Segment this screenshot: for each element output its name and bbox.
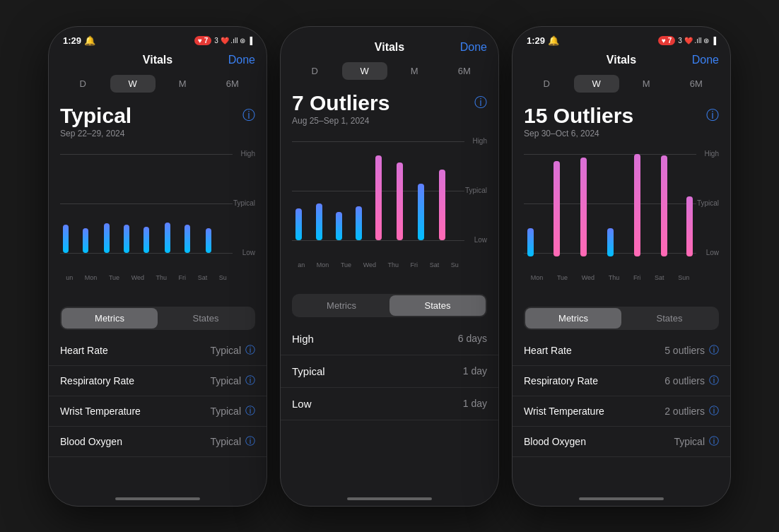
metric-name-wrist-left: Wrist Temperature <box>60 406 141 417</box>
info-icon-resp-left[interactable]: ⓘ <box>245 374 255 387</box>
vitals-title-middle: Vitals <box>375 41 404 54</box>
info-icon-oxygen-right[interactable]: ⓘ <box>709 435 719 448</box>
info-icon-left[interactable]: ⓘ <box>242 107 255 124</box>
metric-value-wrist-right: 2 outliers ⓘ <box>664 405 719 418</box>
svg-rect-17 <box>554 161 560 256</box>
states-tab-middle[interactable]: States <box>390 295 486 316</box>
states-tab-right[interactable]: States <box>621 308 718 329</box>
info-icon-middle[interactable]: ⓘ <box>474 94 487 111</box>
time-right: 1:29 🔔 <box>527 35 559 46</box>
info-icon-wrist-right[interactable]: ⓘ <box>709 405 719 418</box>
day-label-r: Mon <box>531 274 544 281</box>
svg-rect-22 <box>686 196 693 256</box>
summary-title-middle: 7 Outliers <box>292 91 390 114</box>
svg-rect-12 <box>375 155 382 240</box>
time-left: 1:29 🔔 <box>63 35 95 46</box>
svg-rect-13 <box>397 162 403 240</box>
done-button-left[interactable]: Done <box>228 54 255 66</box>
summary-date-right: Sep 30–Oct 6, 2024 <box>524 129 633 138</box>
metrics-toggle-right: Metrics States <box>524 307 719 330</box>
phone-right: 1:29 🔔 ♥ 7 3 ❤️ .ıll ⊛ ▐ Vitals Done D W… <box>512 26 731 507</box>
metric-value-heart-right: 5 outliers ⓘ <box>664 344 719 357</box>
svg-rect-18 <box>580 158 587 256</box>
tab-bar-middle: D W M 6M <box>281 59 498 85</box>
day-label-m: Sat <box>430 261 440 268</box>
svg-rect-5 <box>165 223 170 253</box>
carrier-badge-left: ♥ 7 <box>194 36 211 45</box>
svg-rect-9 <box>316 203 322 240</box>
tab-d-middle[interactable]: D <box>292 62 338 80</box>
vitals-title-left: Vitals <box>143 54 172 66</box>
info-icon-right[interactable]: ⓘ <box>706 107 719 124</box>
metric-name-wrist-right: Wrist Temperature <box>524 406 604 417</box>
tab-m-right[interactable]: M <box>623 75 669 93</box>
metrics-tab-middle[interactable]: Metrics <box>293 295 390 316</box>
tab-6m-middle[interactable]: 6M <box>442 62 488 80</box>
state-days-high: 6 days <box>458 333 487 344</box>
metric-value-oxygen-left: Typical ⓘ <box>210 435 255 448</box>
metric-row-wrist-left: Wrist Temperature Typical ⓘ <box>49 396 266 427</box>
metric-value-wrist-left: Typical ⓘ <box>210 405 255 418</box>
tab-6m-right[interactable]: 6M <box>674 75 720 93</box>
status-icons-left: ♥ 7 3 ❤️ .ıll ⊛ ▐ <box>194 36 252 45</box>
metric-row-oxygen-left: Blood Oxygen Typical ⓘ <box>49 427 266 457</box>
home-indicator-middle <box>347 497 432 500</box>
carrier-badge-right: ♥ 7 <box>658 36 675 45</box>
info-icon-heart-left[interactable]: ⓘ <box>245 344 255 357</box>
status-icons-right: ♥ 7 3 ❤️ .ıll ⊛ ▐ <box>658 36 716 45</box>
phones-container: 1:29 🔔 ♥ 7 3 ❤️ .ıll ⊛ ▐ Vitals Done D W… <box>34 12 745 521</box>
tab-m-left[interactable]: M <box>160 75 206 93</box>
metrics-tab-right[interactable]: Metrics <box>525 308 621 329</box>
metric-row-resp-left: Respiratory Rate Typical ⓘ <box>49 366 266 396</box>
metric-value-heart-left: Typical ⓘ <box>210 344 255 357</box>
metric-row-oxygen-right: Blood Oxygen Typical ⓘ <box>512 427 730 457</box>
phone-middle: Vitals Done D W M 6M 7 Outliers Aug 25–S… <box>280 26 499 507</box>
status-bar-left: 1:29 🔔 ♥ 7 3 ❤️ .ıll ⊛ ▐ <box>49 27 266 51</box>
day-label: Thu <box>156 274 168 281</box>
vitals-title-right: Vitals <box>607 54 636 66</box>
tab-d-right[interactable]: D <box>524 75 570 93</box>
day-label: Wed <box>131 274 144 281</box>
svg-rect-11 <box>356 206 362 240</box>
vitals-header-right: Vitals Done <box>512 51 730 72</box>
svg-rect-10 <box>336 212 342 240</box>
tab-bar-left: D W M 6M <box>49 72 266 98</box>
metric-row-wrist-right: Wrist Temperature 2 outliers ⓘ <box>512 396 730 427</box>
svg-rect-20 <box>634 154 640 256</box>
states-list-middle: High 6 days Typical 1 day Low 1 day <box>281 323 498 493</box>
state-row-low-middle: Low 1 day <box>281 388 498 420</box>
metric-row-heart-left: Heart Rate Typical ⓘ <box>49 336 266 366</box>
day-label-m: Wed <box>363 261 376 268</box>
metric-name-resp-left: Respiratory Rate <box>60 375 134 386</box>
svg-rect-14 <box>418 184 424 240</box>
summary-right: 15 Outliers Sep 30–Oct 6, 2024 ⓘ <box>512 98 730 141</box>
info-icon-oxygen-left[interactable]: ⓘ <box>245 435 255 448</box>
info-icon-resp-right[interactable]: ⓘ <box>709 374 719 387</box>
metric-name-oxygen-left: Blood Oxygen <box>60 436 122 447</box>
tab-6m-left[interactable]: 6M <box>210 75 256 93</box>
tab-m-middle[interactable]: M <box>392 62 438 80</box>
tab-w-middle[interactable]: W <box>342 62 388 80</box>
tab-w-left[interactable]: W <box>110 75 156 93</box>
done-button-right[interactable]: Done <box>692 54 719 66</box>
day-label-m: an <box>298 261 305 268</box>
chart-svg-right <box>524 147 711 267</box>
signal-left: 3 ❤️ .ıll ⊛ ▐ <box>214 37 252 45</box>
tab-w-right[interactable]: W <box>574 75 620 93</box>
metric-value-resp-right: 6 outliers ⓘ <box>664 374 719 387</box>
info-icon-wrist-left[interactable]: ⓘ <box>245 405 255 418</box>
day-label: Sat <box>198 274 208 281</box>
metric-name-resp-right: Respiratory Rate <box>524 375 598 386</box>
states-tab-left[interactable]: States <box>158 308 254 329</box>
metric-value-resp-left: Typical ⓘ <box>210 374 255 387</box>
day-label-m: Mon <box>317 261 329 268</box>
metric-name-heart-right: Heart Rate <box>524 345 572 356</box>
day-label: Mon <box>85 274 98 281</box>
done-button-middle[interactable]: Done <box>460 41 487 54</box>
metrics-tab-left[interactable]: Metrics <box>62 308 158 329</box>
svg-rect-19 <box>607 228 614 256</box>
day-label: Tue <box>109 274 119 281</box>
info-icon-heart-right[interactable]: ⓘ <box>709 344 719 357</box>
home-indicator-right <box>579 497 664 500</box>
tab-d-left[interactable]: D <box>60 75 106 93</box>
